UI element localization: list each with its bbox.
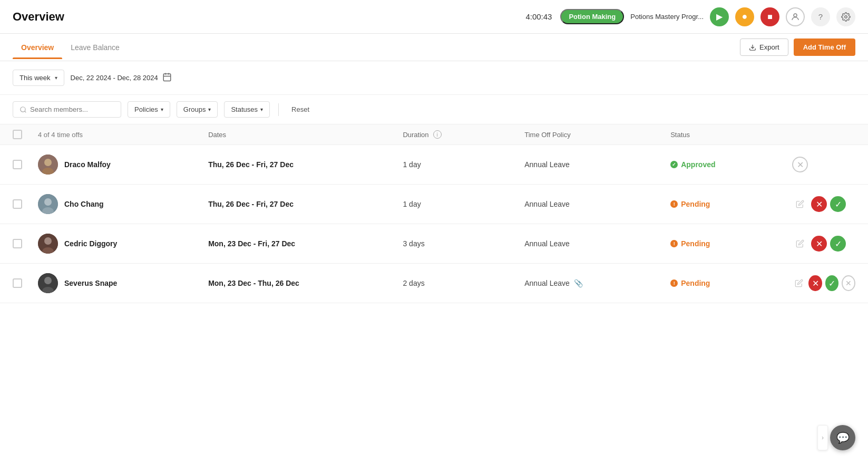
coin-icon-button[interactable]: ● [735,7,754,26]
status-dot: ! [670,240,678,247]
count-label: 4 of 4 time offs [38,131,208,139]
row-1-checkbox[interactable] [13,160,22,169]
policies-dropdown-arrow: ▾ [161,107,163,112]
settings-icon-button[interactable] [836,7,855,26]
svg-point-10 [44,159,52,166]
reject-button[interactable]: ✕ [811,236,827,252]
svg-point-1 [845,15,847,18]
row-3-checkbox[interactable] [13,239,22,248]
reset-button[interactable]: Reset [287,102,314,117]
tab-bar: Overview Leave Balance Export Add Time O… [0,34,868,61]
help-icon-button[interactable]: ? [811,7,830,26]
avatar [38,273,58,293]
attachment-icon[interactable]: 📎 [574,279,583,287]
policy-value: Annual Leave [524,160,570,169]
row-actions: ✕ ✓ ✕ [792,275,855,291]
status-dot: ✓ [670,161,678,168]
statuses-dropdown-arrow: ▾ [260,107,263,112]
status-dot: ! [670,200,678,208]
statuses-filter-button[interactable]: Statuses ▾ [224,101,270,118]
svg-point-13 [44,198,52,206]
expand-sidebar-button[interactable]: › [817,425,828,450]
groups-filter-button[interactable]: Groups ▾ [177,101,218,118]
employee-name: Severus Snape [64,279,117,287]
calendar-icon[interactable] [162,72,172,84]
page-title: Overview [13,10,525,24]
edit-button[interactable] [792,275,805,291]
row-cancel-button[interactable]: ✕ [842,275,855,291]
svg-point-19 [44,277,52,284]
play-icon-button[interactable]: ▶ [710,7,729,26]
groups-dropdown-arrow: ▾ [208,107,211,112]
chat-bubble-button[interactable]: 💬 [830,425,855,450]
app-header: Overview 4:00:43 Potion Making Potions M… [0,0,868,34]
employee-name: Cho Chang [64,200,104,208]
status-badge: ✓ Approved [670,160,792,169]
table-row: Severus Snape Mon, 23 Dec - Thu, 26 Dec … [0,264,868,303]
svg-point-7 [21,107,25,111]
employee-name: Cedric Diggory [64,239,117,248]
filter-divider [278,103,279,116]
date-range-display: Dec, 22 2024 - Dec, 28 2024 [71,72,172,84]
status-badge: ! Pending [670,239,792,248]
row-actions: ✕ ✓ [792,236,855,252]
duration-value: 1 day [403,160,421,169]
tab-overview[interactable]: Overview [13,36,62,59]
duration-info-icon[interactable]: i [433,130,442,139]
row-2-checkbox[interactable] [13,199,22,209]
dates-value: Mon, 23 Dec - Thu, 26 Dec [208,279,299,287]
time-off-table: 4 of 4 time offs Dates Duration i Time O… [0,124,868,463]
reject-button[interactable]: ✕ [811,196,827,212]
select-all-checkbox[interactable] [13,130,22,139]
edit-button[interactable] [792,236,808,252]
week-selector[interactable]: This week ▾ [13,70,64,86]
status-badge: ! Pending [670,200,792,208]
search-input[interactable] [30,105,114,113]
svg-rect-3 [163,74,171,81]
duration-value: 3 days [403,239,424,248]
user-icon-button[interactable] [786,7,805,26]
approve-button[interactable]: ✓ [830,236,846,252]
table-row: Cedric Diggory Mon, 23 Dec - Fri, 27 Dec… [0,224,868,264]
add-time-off-button[interactable]: Add Time Off [794,38,855,56]
cancel-button[interactable]: ✕ [792,157,808,172]
svg-line-8 [25,111,26,112]
svg-point-16 [44,237,52,245]
status-dot: ! [670,279,678,287]
header-controls: 4:00:43 Potion Making Potions Mastery Pr… [525,7,855,26]
tab-leave-balance[interactable]: Leave Balance [62,36,128,59]
svg-point-0 [794,14,797,17]
dates-value: Thu, 26 Dec - Fri, 27 Dec [208,160,294,169]
duration-column-header: Duration i [403,130,524,139]
table-row: Cho Chang Thu, 26 Dec - Fri, 27 Dec 1 da… [0,185,868,224]
policy-value: Annual Leave 📎 [524,279,583,287]
row-actions: ✕ ✓ [792,196,855,212]
reject-button[interactable]: ✕ [808,275,822,291]
approve-button[interactable]: ✓ [830,196,846,212]
active-badge-button[interactable]: Potion Making [560,9,624,24]
policy-value: Annual Leave [524,239,570,248]
policies-filter-button[interactable]: Policies ▾ [128,101,170,118]
dates-value: Thu, 26 Dec - Fri, 27 Dec [208,200,294,208]
status-badge: ! Pending [670,279,792,287]
policy-value: Annual Leave [524,200,570,208]
edit-button[interactable] [792,196,808,212]
search-filter-bar: Policies ▾ Groups ▾ Statuses ▾ Reset [0,95,868,124]
approve-button[interactable]: ✓ [825,275,838,291]
row-actions: ✕ [792,157,855,172]
table-row: Draco Malfoy Thu, 26 Dec - Fri, 27 Dec 1… [0,145,868,185]
search-wrapper [13,101,121,118]
dates-value: Mon, 23 Dec - Fri, 27 Dec [208,239,295,248]
row-4-checkbox[interactable] [13,278,22,288]
week-dropdown-arrow: ▾ [55,75,57,81]
duration-value: 1 day [403,200,421,208]
status-column-header: Status [670,131,792,139]
avatar [38,194,58,214]
active-program-label: Potions Mastery Progr... [630,13,704,21]
search-icon [19,106,27,113]
timer-display: 4:00:43 [525,12,552,21]
stop-icon-button[interactable]: ■ [760,7,779,26]
avatar [38,155,58,175]
duration-value: 2 days [403,279,424,287]
export-button[interactable]: Export [740,38,788,56]
